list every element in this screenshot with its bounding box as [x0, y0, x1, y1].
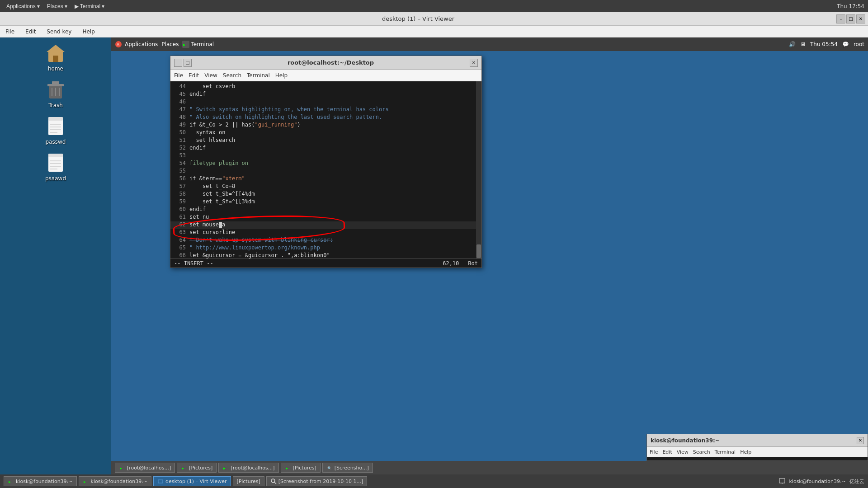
gnome-terminal-btn[interactable]: ▶ Terminal — [182, 41, 214, 48]
terminal-label: Terminal — [80, 3, 100, 9]
terminal-icon: ▶ — [75, 3, 79, 9]
virt-close-btn[interactable]: ✕ — [856, 14, 865, 23]
top-left-group: Applications ▾ Places ▾ ▶ Terminal ▾ — [4, 2, 107, 10]
outer-taskbar-item-3-label: [Pictures] — [237, 479, 260, 484]
tmenu-terminal[interactable]: Terminal — [247, 72, 270, 79]
system-bar: Applications ▾ Places ▾ ▶ Terminal ▾ Thu… — [0, 0, 868, 12]
gnome-notif-icon: 💬 — [842, 41, 849, 47]
terminal-scrollbar[interactable] — [476, 81, 481, 258]
outer-taskbar-item-1[interactable]: ▶ kiosk@foundation39:~ — [79, 476, 152, 486]
applications-menu-btn[interactable]: Applications ▾ — [4, 2, 42, 10]
places-menu-btn[interactable]: Places ▾ — [44, 2, 70, 10]
svg-text:▶: ▶ — [84, 480, 86, 484]
svg-rect-43 — [779, 479, 785, 483]
gnome-applications-btn[interactable]: A Applications — [115, 41, 158, 48]
term-controls-right: ✕ — [470, 59, 478, 67]
applications-label: Applications — [6, 3, 36, 9]
tmenu-view[interactable]: View — [204, 72, 217, 79]
desktop-area: home Trash — [0, 38, 111, 474]
code-line-49: 49 if &t_Co > 2 || has("gui_running") — [170, 122, 481, 129]
psaawd-icon — [45, 152, 66, 174]
svg-text:▶: ▶ — [183, 42, 186, 47]
home-icon — [45, 42, 66, 64]
st-menu-search[interactable]: Search — [693, 449, 710, 455]
terminal-menubar: File Edit View Search Terminal Help — [170, 70, 481, 81]
desktop-icon-trash[interactable]: Trash — [38, 79, 74, 108]
bottom-taskbar: ▶ [root@localhos...] ▶ [Pictures] ▶ [roo… — [111, 461, 868, 474]
code-line-65: 65 " http://www.linuxpowertop.org/known.… — [170, 244, 481, 252]
term-close-btn[interactable]: ✕ — [470, 59, 478, 67]
virt-menu-edit[interactable]: Edit — [24, 28, 38, 36]
virt-minimize-btn[interactable]: – — [836, 14, 845, 23]
system-tray: Thu 17:54 — [837, 3, 864, 9]
places-arrow: ▾ — [65, 3, 67, 9]
code-line-59: 59 set t_Sf=^[[3%dm — [170, 198, 481, 206]
svg-text:▶: ▶ — [120, 466, 122, 470]
main-content: home Trash — [0, 38, 868, 474]
tmenu-file[interactable]: File — [174, 72, 183, 79]
taskbar-item-2[interactable]: ▶ [root@localhos...] — [218, 463, 278, 473]
virt-maximize-btn[interactable]: □ — [846, 14, 855, 23]
outer-taskbar-item-1-label: kiosk@foundation39:~ — [91, 479, 148, 484]
desktop-icon-psaawd[interactable]: psaawd — [38, 152, 74, 182]
term-minimize-btn[interactable]: – — [174, 59, 182, 67]
outer-taskbar-item-3[interactable]: [Pictures] — [233, 476, 264, 486]
taskbar-item-4[interactable]: 🔍 [Screensho...] — [322, 463, 373, 473]
virt-menu-file[interactable]: File — [4, 28, 16, 36]
second-terminal-titlebar: kiosk@foundation39:~ ✕ — [647, 434, 868, 447]
code-line-58: 58 set t_Sb=^[[4%dm — [170, 191, 481, 198]
code-line-47: 47 " Switch syntax highlighting on, when… — [170, 106, 481, 114]
svg-point-41 — [271, 479, 275, 483]
terminal-scrollbar-thumb[interactable] — [476, 244, 481, 258]
gnome-panel: A Applications Places ▶ Terminal 🔊 🖥 Thu… — [111, 38, 868, 51]
code-line-63: 63 set cursorline — [170, 229, 481, 237]
st-menu-view[interactable]: View — [677, 449, 689, 455]
outer-taskbar-item-0[interactable]: ▶ kiosk@foundation39:~ — [4, 476, 77, 486]
terminal-arrow: ▾ — [102, 3, 104, 9]
trash-icon — [45, 79, 66, 100]
desktop-icon-passwd[interactable]: passwd — [38, 115, 74, 145]
gnome-panel-right: 🔊 🖥 Thu 05:54 💬 root — [789, 41, 864, 47]
code-line-44: 44 set csverb — [170, 83, 481, 91]
taskbar-item-0[interactable]: ▶ [root@localhos...] — [115, 463, 175, 473]
svg-text:🔍: 🔍 — [327, 466, 332, 470]
st-menu-help[interactable]: Help — [740, 449, 751, 455]
desktop-icon-home[interactable]: home — [38, 42, 74, 72]
code-line-66: 66 let &guicursor = &guicursor . ",a:bli… — [170, 252, 481, 258]
virt-menu-sendkey[interactable]: Send key — [45, 28, 73, 36]
terminal-window: – □ root@localhost:~/Desktop ✕ File Edit… — [170, 56, 482, 268]
outer-taskbar-item-0-label: kiosk@foundation39:~ — [16, 479, 73, 484]
psaawd-icon-label: psaawd — [45, 175, 66, 182]
st-menu-edit[interactable]: Edit — [662, 449, 672, 455]
code-line-57: 57 set t_Co=8 — [170, 183, 481, 191]
taskbar-item-1[interactable]: ▶ [Pictures] — [177, 463, 217, 473]
tmenu-edit[interactable]: Edit — [189, 72, 199, 79]
terminal-status-right: 62,10 Bot — [443, 260, 478, 267]
outer-taskbar-item-2-label: desktop (1) – Virt Viewer — [165, 479, 227, 484]
outer-taskbar-item-4[interactable]: [Screenshot from 2019-10-10 1...] — [266, 476, 368, 486]
second-terminal: kiosk@foundation39:~ ✕ File Edit View Se… — [646, 434, 868, 461]
second-terminal-close-btn[interactable]: ✕ — [857, 437, 864, 444]
code-line-56: 56 if &term=="xterm" — [170, 175, 481, 183]
second-terminal-title: kiosk@foundation39:~ — [651, 437, 857, 444]
taskbar-item-3[interactable]: ▶ [Pictures] — [281, 463, 321, 473]
code-line-50: 50 syntax on — [170, 129, 481, 137]
tmenu-help[interactable]: Help — [275, 72, 288, 79]
tmenu-search[interactable]: Search — [223, 72, 241, 79]
gnome-places-btn[interactable]: Places — [161, 41, 179, 47]
terminal-body: 44 set csverb 45 endif 46 47 " Switch sy… — [170, 81, 481, 258]
svg-rect-10 — [48, 117, 63, 121]
term-maximize-btn[interactable]: □ — [184, 59, 192, 67]
st-menu-file[interactable]: File — [650, 449, 658, 455]
code-line-62: 62 set mousea — [170, 221, 481, 229]
outer-taskbar-item-2[interactable]: desktop (1) – Virt Viewer — [153, 476, 231, 486]
virt-viewer-titlebar: desktop (1) – Virt Viewer – □ ✕ — [0, 12, 868, 26]
terminal-status-bot: Bot — [468, 260, 478, 267]
gnome-places-label: Places — [161, 41, 179, 47]
gnome-user: root — [854, 41, 864, 47]
virt-menu-help[interactable]: Help — [80, 28, 96, 36]
terminal-title: root@localhost:~/Desktop — [192, 59, 470, 66]
code-line-61: 61 set nu — [170, 214, 481, 221]
st-menu-terminal[interactable]: Terminal — [715, 449, 736, 455]
terminal-menu-btn[interactable]: ▶ Terminal ▾ — [72, 2, 107, 10]
